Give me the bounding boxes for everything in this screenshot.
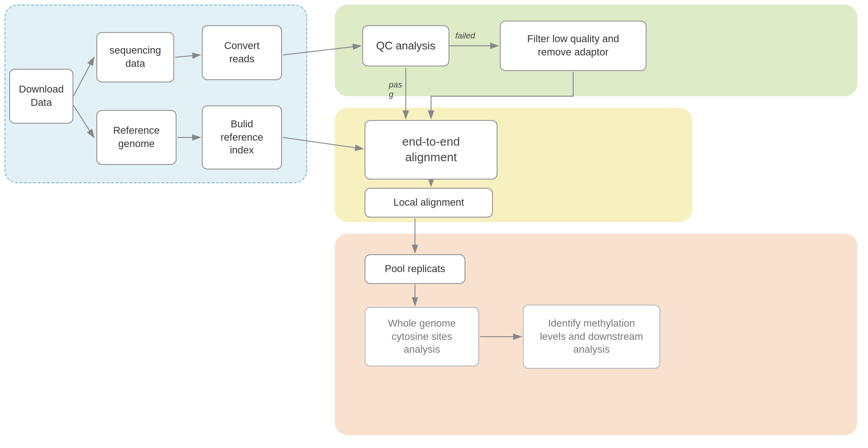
node-buildindex: Bulidreferenceindex: [202, 105, 282, 169]
node-qc: QC analysis: [362, 25, 449, 66]
node-local: Local alignment: [365, 188, 493, 218]
diagram: failed pasg DownloadData sequencingdata …: [0, 0, 868, 448]
node-convert: Convertreads: [202, 25, 282, 80]
node-filter: Filter low quality andremove adaptor: [500, 21, 647, 71]
label-passed: pasg: [389, 80, 402, 99]
node-download: DownloadData: [9, 69, 73, 124]
node-refgenome: Referencegenome: [96, 110, 177, 165]
node-pool: Pool replicats: [365, 254, 465, 284]
node-alignment: end-to-endalignment: [365, 120, 498, 180]
node-wgs: Whole genomecytosine sitesanalysis: [365, 307, 479, 366]
node-methylation: Identify methylationlevels and downstrea…: [523, 305, 660, 369]
node-seq: sequencingdata: [96, 32, 174, 82]
label-failed: failed: [455, 31, 475, 41]
